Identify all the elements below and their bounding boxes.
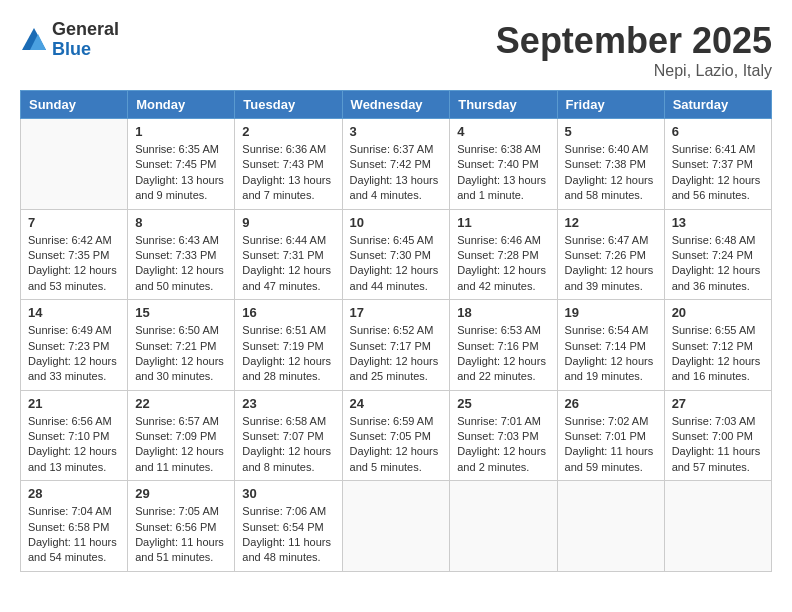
day-number: 8	[135, 215, 227, 230]
day-info: Sunrise: 6:56 AM Sunset: 7:10 PM Dayligh…	[28, 414, 120, 476]
weekday-header: Friday	[557, 91, 664, 119]
sunset-text: Sunset: 7:16 PM	[457, 339, 549, 354]
month-title: September 2025	[496, 20, 772, 62]
sunset-text: Sunset: 7:35 PM	[28, 248, 120, 263]
daylight-text: Daylight: 12 hours and 33 minutes.	[28, 354, 120, 385]
day-number: 10	[350, 215, 443, 230]
daylight-text: Daylight: 12 hours and 13 minutes.	[28, 444, 120, 475]
weekday-header: Thursday	[450, 91, 557, 119]
weekday-header-row: SundayMondayTuesdayWednesdayThursdayFrid…	[21, 91, 772, 119]
daylight-text: Daylight: 13 hours and 4 minutes.	[350, 173, 443, 204]
daylight-text: Daylight: 12 hours and 2 minutes.	[457, 444, 549, 475]
day-number: 15	[135, 305, 227, 320]
day-info: Sunrise: 7:03 AM Sunset: 7:00 PM Dayligh…	[672, 414, 764, 476]
sunrise-text: Sunrise: 6:36 AM	[242, 142, 334, 157]
sunset-text: Sunset: 7:40 PM	[457, 157, 549, 172]
sunrise-text: Sunrise: 6:55 AM	[672, 323, 764, 338]
calendar-day-cell: 7 Sunrise: 6:42 AM Sunset: 7:35 PM Dayli…	[21, 209, 128, 300]
sunrise-text: Sunrise: 6:38 AM	[457, 142, 549, 157]
day-info: Sunrise: 6:59 AM Sunset: 7:05 PM Dayligh…	[350, 414, 443, 476]
location-title: Nepi, Lazio, Italy	[496, 62, 772, 80]
day-number: 1	[135, 124, 227, 139]
sunrise-text: Sunrise: 7:01 AM	[457, 414, 549, 429]
sunset-text: Sunset: 6:58 PM	[28, 520, 120, 535]
day-info: Sunrise: 6:38 AM Sunset: 7:40 PM Dayligh…	[457, 142, 549, 204]
logo-general: General	[52, 20, 119, 40]
sunset-text: Sunset: 7:07 PM	[242, 429, 334, 444]
calendar-day-cell: 30 Sunrise: 7:06 AM Sunset: 6:54 PM Dayl…	[235, 481, 342, 572]
day-number: 23	[242, 396, 334, 411]
day-number: 17	[350, 305, 443, 320]
sunset-text: Sunset: 7:42 PM	[350, 157, 443, 172]
sunset-text: Sunset: 7:09 PM	[135, 429, 227, 444]
day-info: Sunrise: 6:55 AM Sunset: 7:12 PM Dayligh…	[672, 323, 764, 385]
calendar-day-cell	[664, 481, 771, 572]
day-number: 29	[135, 486, 227, 501]
calendar-day-cell: 8 Sunrise: 6:43 AM Sunset: 7:33 PM Dayli…	[128, 209, 235, 300]
day-info: Sunrise: 7:02 AM Sunset: 7:01 PM Dayligh…	[565, 414, 657, 476]
sunset-text: Sunset: 7:21 PM	[135, 339, 227, 354]
daylight-text: Daylight: 12 hours and 36 minutes.	[672, 263, 764, 294]
calendar-day-cell	[450, 481, 557, 572]
day-info: Sunrise: 7:04 AM Sunset: 6:58 PM Dayligh…	[28, 504, 120, 566]
day-number: 11	[457, 215, 549, 230]
calendar-day-cell: 15 Sunrise: 6:50 AM Sunset: 7:21 PM Dayl…	[128, 300, 235, 391]
sunrise-text: Sunrise: 6:53 AM	[457, 323, 549, 338]
day-number: 22	[135, 396, 227, 411]
calendar-day-cell: 4 Sunrise: 6:38 AM Sunset: 7:40 PM Dayli…	[450, 119, 557, 210]
daylight-text: Daylight: 12 hours and 50 minutes.	[135, 263, 227, 294]
day-info: Sunrise: 6:43 AM Sunset: 7:33 PM Dayligh…	[135, 233, 227, 295]
daylight-text: Daylight: 13 hours and 1 minute.	[457, 173, 549, 204]
daylight-text: Daylight: 12 hours and 30 minutes.	[135, 354, 227, 385]
logo-icon	[20, 26, 48, 54]
day-info: Sunrise: 6:48 AM Sunset: 7:24 PM Dayligh…	[672, 233, 764, 295]
sunset-text: Sunset: 7:14 PM	[565, 339, 657, 354]
sunset-text: Sunset: 7:24 PM	[672, 248, 764, 263]
calendar-day-cell: 25 Sunrise: 7:01 AM Sunset: 7:03 PM Dayl…	[450, 390, 557, 481]
day-number: 12	[565, 215, 657, 230]
day-info: Sunrise: 6:51 AM Sunset: 7:19 PM Dayligh…	[242, 323, 334, 385]
day-number: 19	[565, 305, 657, 320]
day-number: 6	[672, 124, 764, 139]
sunrise-text: Sunrise: 6:44 AM	[242, 233, 334, 248]
logo: General Blue	[20, 20, 119, 60]
sunset-text: Sunset: 7:37 PM	[672, 157, 764, 172]
daylight-text: Daylight: 12 hours and 42 minutes.	[457, 263, 549, 294]
sunset-text: Sunset: 7:00 PM	[672, 429, 764, 444]
daylight-text: Daylight: 11 hours and 59 minutes.	[565, 444, 657, 475]
calendar-day-cell: 16 Sunrise: 6:51 AM Sunset: 7:19 PM Dayl…	[235, 300, 342, 391]
sunset-text: Sunset: 7:30 PM	[350, 248, 443, 263]
day-number: 5	[565, 124, 657, 139]
sunrise-text: Sunrise: 6:40 AM	[565, 142, 657, 157]
day-info: Sunrise: 6:41 AM Sunset: 7:37 PM Dayligh…	[672, 142, 764, 204]
day-info: Sunrise: 7:06 AM Sunset: 6:54 PM Dayligh…	[242, 504, 334, 566]
sunrise-text: Sunrise: 6:51 AM	[242, 323, 334, 338]
calendar-day-cell: 2 Sunrise: 6:36 AM Sunset: 7:43 PM Dayli…	[235, 119, 342, 210]
weekday-header: Tuesday	[235, 91, 342, 119]
day-number: 28	[28, 486, 120, 501]
day-info: Sunrise: 6:45 AM Sunset: 7:30 PM Dayligh…	[350, 233, 443, 295]
sunrise-text: Sunrise: 6:59 AM	[350, 414, 443, 429]
daylight-text: Daylight: 12 hours and 5 minutes.	[350, 444, 443, 475]
calendar-day-cell: 9 Sunrise: 6:44 AM Sunset: 7:31 PM Dayli…	[235, 209, 342, 300]
calendar-week-row: 1 Sunrise: 6:35 AM Sunset: 7:45 PM Dayli…	[21, 119, 772, 210]
calendar-week-row: 28 Sunrise: 7:04 AM Sunset: 6:58 PM Dayl…	[21, 481, 772, 572]
calendar-day-cell: 17 Sunrise: 6:52 AM Sunset: 7:17 PM Dayl…	[342, 300, 450, 391]
daylight-text: Daylight: 12 hours and 16 minutes.	[672, 354, 764, 385]
day-number: 13	[672, 215, 764, 230]
sunset-text: Sunset: 7:03 PM	[457, 429, 549, 444]
day-info: Sunrise: 6:35 AM Sunset: 7:45 PM Dayligh…	[135, 142, 227, 204]
sunset-text: Sunset: 7:43 PM	[242, 157, 334, 172]
day-number: 24	[350, 396, 443, 411]
day-info: Sunrise: 6:40 AM Sunset: 7:38 PM Dayligh…	[565, 142, 657, 204]
calendar-day-cell: 23 Sunrise: 6:58 AM Sunset: 7:07 PM Dayl…	[235, 390, 342, 481]
day-number: 20	[672, 305, 764, 320]
sunset-text: Sunset: 7:38 PM	[565, 157, 657, 172]
daylight-text: Daylight: 12 hours and 11 minutes.	[135, 444, 227, 475]
weekday-header: Saturday	[664, 91, 771, 119]
daylight-text: Daylight: 12 hours and 19 minutes.	[565, 354, 657, 385]
calendar-day-cell: 12 Sunrise: 6:47 AM Sunset: 7:26 PM Dayl…	[557, 209, 664, 300]
calendar-day-cell: 20 Sunrise: 6:55 AM Sunset: 7:12 PM Dayl…	[664, 300, 771, 391]
day-number: 27	[672, 396, 764, 411]
sunset-text: Sunset: 7:19 PM	[242, 339, 334, 354]
